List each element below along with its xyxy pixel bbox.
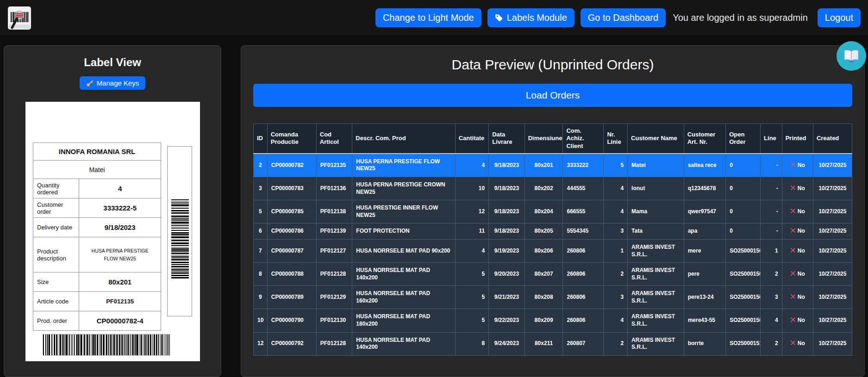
open-book-icon [843,49,859,63]
table-cell: 10/27/2025 [813,286,852,309]
table-cell: CP00000792 [267,332,316,355]
table-row[interactable]: 3CP00000783PF012136HUSA PERNA PRESTIGE C… [254,177,852,200]
printed-no-text: No [798,294,805,300]
label-field-value: CP00000782-4 [79,311,161,331]
table-row[interactable]: 5CP00000785PF012138HUSA PRESTIGE INNER F… [254,200,852,223]
x-icon [790,162,796,167]
table-cell: 0 [726,200,761,223]
label-field-name: Delivery date [33,218,79,237]
table-cell: 10/27/2025 [813,332,852,355]
printed-status: No [782,239,813,262]
table-cell: PF012128 [316,263,352,286]
go-to-dashboard-button[interactable]: Go to Dashboard [581,8,666,27]
load-orders-button[interactable]: Load Orders [253,84,852,107]
table-cell: 4 [761,309,782,332]
printed-status: No [782,309,813,332]
table-cell: 260806 [563,239,604,262]
x-icon [790,294,796,299]
table-cell: 5 [455,286,488,309]
table-cell: borrte [684,332,726,355]
column-header: Line [761,124,782,154]
manage-keys-button[interactable]: Manage Keys [80,76,146,90]
table-cell: 0 [726,223,761,240]
table-cell: 3 [604,286,628,309]
table-cell: 80x202 [525,177,563,200]
table-cell: 260806 [563,263,604,286]
labels-module-button[interactable]: Labels Module [487,8,575,27]
key-icon [86,80,94,87]
printed-no-text: No [798,340,805,346]
table-cell: PF012130 [316,309,352,332]
column-header: Com. Achiz. Client [563,124,604,154]
label-field-value: PF012135 [79,292,161,311]
printed-status: No [782,263,813,286]
printed-no-text: No [798,247,805,254]
column-header: Open Order [726,124,761,154]
table-cell: 10/27/2025 [813,177,852,200]
table-cell: FOOT PROTECTION [352,223,455,240]
table-cell: 4 [604,177,628,200]
table-row[interactable]: 7CP00000787PF012127HUSA NORRSELE MAT PAD… [254,239,852,262]
table-cell: 260806 [563,309,604,332]
table-cell: 1 [761,239,782,262]
table-cell: HUSA NORRSELE MAT PAD 140x200 [352,332,455,355]
table-cell: 4 [455,239,488,262]
table-cell: 3333222 [563,154,604,177]
table-cell: 2 [604,263,628,286]
table-cell: - [761,223,782,240]
label-field-name: Product description [33,237,79,272]
printed-no-text: No [798,228,805,234]
table-cell: 9/18/2023 [489,223,525,240]
table-cell: apa [684,223,726,240]
x-icon [790,185,796,191]
table-row[interactable]: 6CP00000786PF012139FOOT PROTECTION119/18… [254,223,852,240]
table-cell: CP00000789 [267,286,316,309]
barcode-scanner-logo-icon [7,6,31,30]
printed-status: No [782,223,813,240]
table-row[interactable]: 2CP00000782PF012135HUSA PERNA PRESTIGE F… [254,154,852,177]
logout-button[interactable]: Logout [818,8,861,27]
table-cell: 9/22/2023 [489,309,525,332]
floating-book-button[interactable] [837,41,866,71]
table-cell: 5 [604,154,628,177]
table-cell: 8 [254,263,268,286]
printed-status: No [782,286,813,309]
table-row[interactable]: 12CP00000792PF012128HUSA NORRSELE MAT PA… [254,332,852,355]
table-cell: 5 [455,263,488,286]
label-company: INNOFA ROMANIA SRL [33,143,161,161]
table-cell: 5 [254,200,268,223]
table-cell: 10/27/2025 [813,154,852,177]
table-cell: PF012128 [316,332,352,355]
label-customer: Matei [33,161,161,179]
change-light-mode-button[interactable]: Change to Light Mode [375,8,481,27]
table-cell: qwer97547 [684,200,726,223]
table-row[interactable]: 9CP00000789PF012129HUSA NORRSELE MAT PAD… [254,286,852,309]
table-cell: 12 [254,332,268,355]
table-cell: 9/19/2023 [489,239,525,262]
table-cell: 10/27/2025 [813,263,852,286]
table-cell: 11 [455,223,488,240]
app-logo[interactable] [7,6,31,30]
table-row[interactable]: 10CP00000790PF012130HUSA NORRSELE MAT PA… [254,309,852,332]
table-cell: 80x205 [525,223,563,240]
printed-no-text: No [798,271,805,277]
label-field-name: Article code [33,292,79,311]
table-cell: 9/18/2023 [489,177,525,200]
table-cell: 9/18/2023 [489,200,525,223]
table-cell: 9/24/2023 [489,332,525,355]
column-header: Customer Name [628,124,684,154]
table-cell: PF012136 [316,177,352,200]
table-cell: 0 [726,177,761,200]
table-row[interactable]: 8CP00000788PF012128HUSA NORRSELE MAT PAD… [254,263,852,286]
table-cell: 2 [761,263,782,286]
printed-status: No [782,332,813,355]
table-cell: HUSA NORRSELE MAT PAD 160x200 [352,286,455,309]
printed-no-text: No [798,208,805,215]
table-cell: 1 [604,239,628,262]
table-cell: ARAMIS INVEST S.R.L. [628,332,684,355]
table-cell: 80x208 [525,286,563,309]
x-icon [790,247,796,253]
table-cell: 80x206 [525,239,563,262]
table-cell: 10 [254,309,268,332]
table-cell: CP00000787 [267,239,316,262]
